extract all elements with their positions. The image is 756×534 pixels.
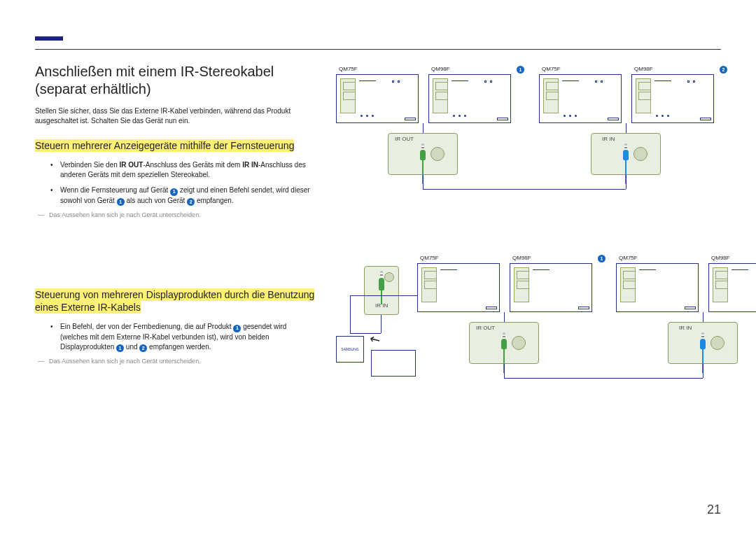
diagram-2: IR IN QM75F QM98F QM75F QM98F 1 2 — [336, 259, 721, 420]
jack-green-icon — [365, 271, 398, 318]
cable-line — [423, 123, 424, 133]
section1-bullet1: Verbinden Sie den IR OUT-Anschluss des G… — [35, 160, 315, 180]
device-box — [417, 263, 500, 312]
page-title: Anschließen mit einem IR-Stereokabel (se… — [35, 63, 315, 98]
cable-line — [626, 123, 626, 133]
device-box — [708, 263, 756, 312]
model-label: QM75F — [339, 66, 358, 72]
cable-line — [350, 295, 417, 296]
port-label-ir-in: IR IN — [679, 325, 692, 331]
cable-line — [504, 364, 505, 378]
device-badge-1: 1 — [598, 255, 606, 262]
section1-note: Das Aussehen kann sich je nach Gerät unt… — [35, 211, 315, 218]
cable-line — [626, 175, 626, 189]
ir-in-plug-card — [591, 133, 661, 175]
cable-line — [504, 378, 703, 379]
device-badge-1: 1 — [517, 66, 524, 73]
cable-line — [423, 189, 626, 190]
model-label: QM98F — [634, 66, 653, 72]
model-label: QM75F — [420, 255, 439, 261]
section2-note: Das Aussehen kann sich je nach Gerät unt… — [35, 358, 315, 365]
model-label: QM75F — [542, 66, 561, 72]
ir-in-plug-card — [668, 322, 738, 364]
section1-bullet2: Wenn die Fernsteuerung auf Gerät 1 zeigt… — [35, 185, 315, 206]
device-box — [336, 74, 419, 123]
remote-box: SAMSUNG — [336, 336, 364, 363]
horizontal-rule — [35, 49, 721, 50]
device-box — [539, 74, 622, 123]
section2-heading: Steuerung von mehreren Displayprodukten … — [35, 288, 315, 314]
cable-line — [423, 175, 424, 189]
port-label-ir-out: IR OUT — [476, 325, 495, 331]
brand-text: SAMSUNG — [341, 347, 358, 351]
port-label-ir-out: IR OUT — [395, 136, 414, 142]
diagram-column: QM75F QM98F QM75F QM98F 1 2 IR OUT IR IN — [336, 63, 721, 476]
intro-text: Stellen Sie sicher, dass Sie das Externe… — [35, 106, 315, 125]
port-label-ir-in: IR IN — [602, 136, 615, 142]
device-box — [616, 263, 699, 312]
cable-line — [350, 295, 351, 333]
text-column: Anschließen mit einem IR-Stereokabel (se… — [35, 63, 315, 476]
device-box — [510, 263, 592, 312]
model-label: QM98F — [512, 255, 531, 261]
diagram-1: QM75F QM98F QM75F QM98F 1 2 IR OUT IR IN — [336, 63, 721, 203]
device-box — [631, 74, 714, 123]
section1-heading: Steuern mehrerer Anzeigegeräte mithilfe … — [35, 139, 315, 152]
device-box — [428, 74, 511, 123]
cable-line — [381, 315, 382, 333]
remote-blank-box — [371, 350, 416, 377]
accent-bar — [35, 36, 63, 41]
port-label-ir-in: IR IN — [375, 302, 388, 309]
section2-bullet1: Ein Befehl, der von der Fernbedienung, d… — [35, 322, 315, 352]
cable-line — [703, 364, 704, 378]
model-label: QM98F — [711, 255, 730, 261]
model-label: QM98F — [431, 66, 450, 72]
page-number: 21 — [707, 503, 721, 517]
device-badge-2: 2 — [720, 66, 727, 73]
cable-line — [504, 312, 505, 322]
model-label: QM75F — [619, 255, 638, 261]
cable-line — [703, 312, 704, 322]
